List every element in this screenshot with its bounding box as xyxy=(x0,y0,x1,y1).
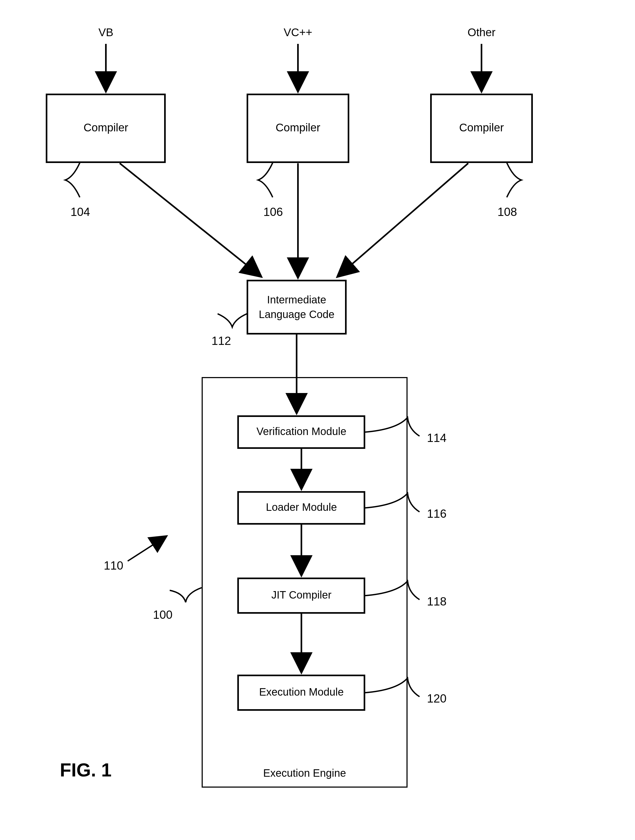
compiler-c-box: Compiler xyxy=(431,95,532,162)
loader-label: Loader Module xyxy=(266,501,337,513)
ref-compiler-b: 106 xyxy=(263,205,283,218)
callout-verify xyxy=(365,417,420,436)
compiler-c-label: Compiler xyxy=(459,121,504,134)
callout-exec xyxy=(365,678,420,697)
callout-100 xyxy=(170,587,202,602)
callout-compiler-c xyxy=(507,163,521,197)
callout-compiler-b xyxy=(258,163,273,197)
input-label-vcpp: VC++ xyxy=(283,26,312,39)
ref-exec: 120 xyxy=(427,692,447,705)
exec-label: Execution Module xyxy=(259,686,344,698)
exec-box: Execution Module xyxy=(238,676,364,710)
jit-label: JIT Compiler xyxy=(271,589,331,601)
callout-jit xyxy=(365,581,420,600)
diagram-canvas: VB VC++ Other Compiler Compiler Compiler… xyxy=(0,0,635,840)
svg-rect-3 xyxy=(247,281,346,334)
jit-box: JIT Compiler xyxy=(238,578,364,613)
input-label-other: Other xyxy=(467,26,495,39)
verify-box: Verification Module xyxy=(238,416,364,448)
arrow-c-to-ilc xyxy=(339,163,468,275)
ilc-line1: Intermediate xyxy=(267,294,326,306)
ref-engine-outer: 110 xyxy=(104,559,123,572)
callout-ilc xyxy=(218,314,247,327)
callout-compiler-a xyxy=(65,163,80,197)
execution-engine-label: Execution Engine xyxy=(263,767,346,779)
ilc-box: Intermediate Language Code xyxy=(247,281,346,334)
input-label-vb: VB xyxy=(98,26,113,39)
ref-engine-inner: 100 xyxy=(153,608,173,621)
ilc-line2: Language Code xyxy=(259,308,335,320)
arrow-a-to-ilc xyxy=(120,163,260,275)
ref-loader: 116 xyxy=(427,507,447,520)
figure-label: FIG. 1 xyxy=(60,760,111,780)
ref-ilc: 112 xyxy=(212,334,231,347)
compiler-a-label: Compiler xyxy=(84,121,128,134)
callout-110-arrow xyxy=(128,537,165,561)
verify-label: Verification Module xyxy=(257,425,346,437)
ref-compiler-c: 108 xyxy=(497,205,517,218)
compiler-b-box: Compiler xyxy=(247,95,348,162)
ref-jit: 118 xyxy=(427,595,447,608)
loader-box: Loader Module xyxy=(238,492,364,524)
ref-verify: 114 xyxy=(427,431,447,444)
ref-compiler-a: 104 xyxy=(71,205,90,218)
compiler-b-label: Compiler xyxy=(276,121,320,134)
callout-loader xyxy=(365,493,420,512)
compiler-a-box: Compiler xyxy=(47,95,165,162)
